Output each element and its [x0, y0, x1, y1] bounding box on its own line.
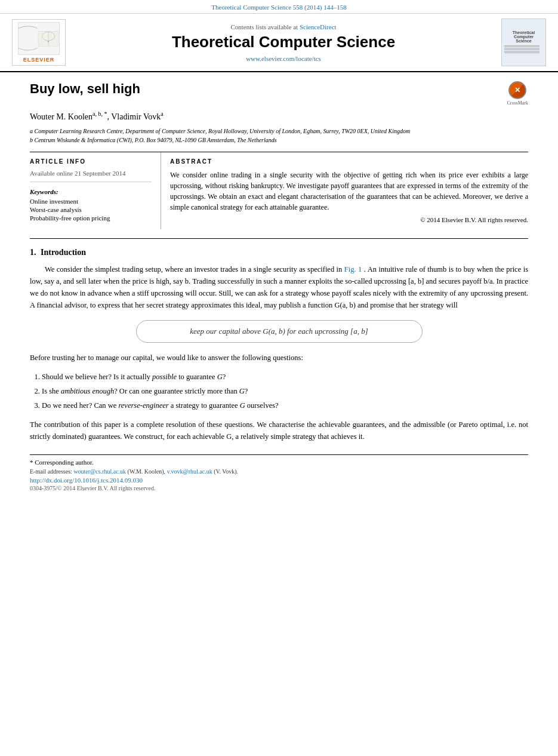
contents-line: Contents lists available at ScienceDirec…	[72, 23, 495, 30]
email1-link[interactable]: wouter@cs.rhul.ac.uk	[73, 468, 126, 475]
thumb-decorative-lines	[504, 44, 543, 54]
abstract-copyright: © 2014 Elsevier B.V. All rights reserved…	[170, 216, 528, 223]
corresponding-author-note: * Corresponding author.	[30, 459, 528, 466]
formula-text: keep our capital above G(a, b) for each …	[190, 327, 368, 336]
paper-title: Buy low, sell high	[30, 81, 140, 97]
authors-line: Wouter M. Koolena, b, *, Vladimir Vovka	[30, 110, 528, 122]
email2-link[interactable]: v.vovk@rhul.ac.uk	[167, 468, 212, 475]
author1-sup: a, b, *	[93, 110, 107, 117]
keyword-1: Online investment	[30, 198, 152, 205]
crossmark-badge: ✕ CrossMark	[507, 81, 528, 106]
elsevier-brand-text: ELSEVIER	[23, 57, 55, 63]
journal-cover-thumbnail: TheoreticalComputerScience	[501, 19, 546, 66]
article-info-column: ARTICLE INFO Available online 21 Septemb…	[30, 152, 161, 229]
svg-text:⚜: ⚜	[47, 41, 50, 43]
author2-sup: a	[161, 110, 163, 117]
formula-box: keep our capital above G(a, b) for each …	[136, 320, 423, 343]
journal-reference-bar: Theoretical Computer Science 558 (2014) …	[0, 0, 558, 14]
journal-center-info: Contents lists available at ScienceDirec…	[72, 23, 495, 62]
abstract-text: We consider online trading in a single s…	[170, 170, 528, 213]
thumb-title-text: TheoreticalComputerScience	[513, 30, 535, 43]
section-number: 1.	[30, 248, 36, 257]
section-divider	[30, 238, 528, 239]
elsevier-logo: ⚜ ELSEVIER	[12, 19, 66, 66]
copyright-line: 0304-3975/© 2014 Elsevier B.V. All right…	[30, 485, 528, 491]
author1-name: Wouter M. Koolen	[30, 112, 93, 121]
journal-url[interactable]: www.elsevier.com/locate/tcs	[72, 55, 495, 62]
affiliation-a: a Computer Learning Research Centre, Dep…	[30, 127, 528, 136]
abstract-header: ABSTRACT	[170, 158, 528, 165]
affiliation-b: b Centrum Wiskunde & Informatica (CWI), …	[30, 136, 528, 145]
author2-name: Vladimir Vovk	[111, 112, 161, 121]
elsevier-svg: ⚜	[38, 23, 59, 54]
journal-ref-text: Theoretical Computer Science 558 (2014) …	[211, 4, 346, 11]
introduction-heading: 1. Introduction	[30, 248, 528, 257]
title-row: Buy low, sell high ✕ CrossMark	[30, 81, 528, 106]
crossmark-icon: ✕	[508, 81, 526, 99]
journal-title: Theoretical Computer Science	[72, 33, 495, 51]
keyword-3: Probability-free option pricing	[30, 214, 152, 222]
question-2: Is she ambitious enough? Or can one guar…	[42, 385, 528, 397]
keyword-2: Worst-case analysis	[30, 206, 152, 213]
fig1-ref[interactable]: Fig. 1	[344, 265, 362, 273]
email-line: E-mail addresses: wouter@cs.rhul.ac.uk (…	[30, 468, 528, 475]
abstract-column: ABSTRACT We consider online trading in a…	[161, 152, 528, 229]
footnote-area: * Corresponding author. E-mail addresses…	[30, 454, 528, 491]
available-online: Available online 21 September 2014	[30, 170, 152, 182]
section-title: Introduction	[41, 248, 86, 257]
question-3: Do we need her? Can we reverse-engineer …	[42, 399, 528, 411]
intro-paragraph-1: We consider the simplest trading setup, …	[30, 263, 528, 311]
elsevier-tree-image: ⚜	[18, 22, 60, 55]
questions-list: Should we believe her? Is it actually po…	[30, 371, 528, 411]
affiliations: a Computer Learning Research Centre, Dep…	[30, 127, 528, 145]
article-info-header: ARTICLE INFO	[30, 158, 152, 165]
contribution-paragraph: The contribution of this paper is a comp…	[30, 419, 528, 442]
question-1: Should we believe her? Is it actually po…	[42, 371, 528, 383]
questions-intro-text: Before trusting her to manage our capita…	[30, 352, 528, 364]
science-direct-link[interactable]: ScienceDirect	[300, 23, 337, 30]
article-body: Buy low, sell high ✕ CrossMark Wouter M.…	[0, 72, 558, 503]
journal-header: ⚜ ELSEVIER Contents lists available at S…	[0, 14, 558, 72]
keywords-label: Keywords:	[30, 188, 152, 195]
info-abstract-section: ARTICLE INFO Available online 21 Septemb…	[30, 152, 528, 229]
doi-link[interactable]: http://dx.doi.org/10.1016/j.tcs.2014.09.…	[30, 477, 528, 484]
